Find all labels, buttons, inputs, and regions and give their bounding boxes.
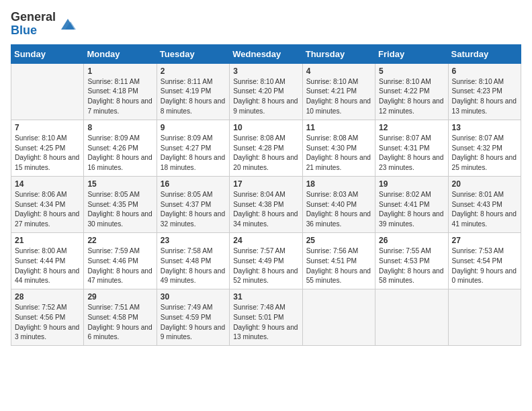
day-number: 27 (452, 236, 517, 245)
header-saturday: Saturday (448, 44, 521, 63)
calendar-cell: 6Sunrise: 8:10 AMSunset: 4:23 PMDaylight… (448, 63, 521, 120)
day-number: 31 (233, 292, 298, 302)
day-info: Sunrise: 8:07 AMSunset: 4:32 PMDaylight:… (452, 134, 517, 173)
day-info: Sunrise: 8:05 AMSunset: 4:35 PMDaylight:… (87, 190, 152, 230)
calendar-cell (448, 289, 521, 346)
calendar-cell: 12Sunrise: 8:07 AMSunset: 4:31 PMDayligh… (375, 120, 448, 176)
day-number: 13 (452, 123, 517, 132)
day-info: Sunrise: 7:48 AMSunset: 5:01 PMDaylight:… (233, 303, 298, 342)
day-info: Sunrise: 7:56 AMSunset: 4:51 PMDaylight:… (306, 246, 371, 286)
calendar-week-row: 1Sunrise: 8:11 AMSunset: 4:18 PMDaylight… (11, 63, 521, 120)
calendar-week-row: 14Sunrise: 8:06 AMSunset: 4:34 PMDayligh… (11, 176, 521, 232)
day-info: Sunrise: 7:59 AMSunset: 4:46 PMDaylight:… (87, 246, 152, 286)
day-number: 7 (15, 123, 80, 132)
day-info: Sunrise: 8:09 AMSunset: 4:27 PMDaylight:… (161, 134, 226, 173)
day-info: Sunrise: 8:02 AMSunset: 4:41 PMDaylight:… (379, 190, 444, 230)
day-number: 30 (161, 292, 226, 302)
calendar-cell: 4Sunrise: 8:10 AMSunset: 4:21 PMDaylight… (302, 63, 375, 120)
day-info: Sunrise: 8:09 AMSunset: 4:26 PMDaylight:… (87, 134, 152, 173)
calendar-table: SundayMondayTuesdayWednesdayThursdayFrid… (11, 44, 521, 347)
day-number: 20 (452, 179, 517, 189)
calendar-week-row: 28Sunrise: 7:52 AMSunset: 4:56 PMDayligh… (11, 289, 521, 346)
day-number: 24 (233, 236, 298, 245)
header-thursday: Thursday (302, 44, 375, 63)
logo-line2: Blue (11, 24, 56, 38)
calendar-cell: 9Sunrise: 8:09 AMSunset: 4:27 PMDaylight… (157, 120, 229, 176)
logo-icon (58, 15, 77, 34)
day-info: Sunrise: 8:10 AMSunset: 4:23 PMDaylight:… (452, 77, 517, 117)
day-number: 9 (161, 123, 226, 132)
day-number: 1 (87, 66, 152, 76)
day-info: Sunrise: 8:06 AMSunset: 4:34 PMDaylight:… (15, 190, 80, 230)
day-number: 15 (87, 179, 152, 189)
day-number: 12 (379, 123, 444, 132)
calendar-cell: 29Sunrise: 7:51 AMSunset: 4:58 PMDayligh… (84, 289, 157, 346)
day-info: Sunrise: 8:04 AMSunset: 4:38 PMDaylight:… (233, 190, 298, 230)
calendar-cell: 14Sunrise: 8:06 AMSunset: 4:34 PMDayligh… (11, 176, 84, 232)
calendar-cell: 7Sunrise: 8:10 AMSunset: 4:25 PMDaylight… (11, 120, 84, 176)
calendar-cell: 5Sunrise: 8:10 AMSunset: 4:22 PMDaylight… (375, 63, 448, 120)
calendar-cell: 28Sunrise: 7:52 AMSunset: 4:56 PMDayligh… (11, 289, 84, 346)
calendar-cell: 26Sunrise: 7:55 AMSunset: 4:53 PMDayligh… (375, 232, 448, 289)
day-number: 19 (379, 179, 444, 189)
day-info: Sunrise: 7:51 AMSunset: 4:58 PMDaylight:… (87, 303, 152, 342)
logo-line1: General (11, 11, 56, 24)
calendar-cell: 25Sunrise: 7:56 AMSunset: 4:51 PMDayligh… (302, 232, 375, 289)
day-info: Sunrise: 7:55 AMSunset: 4:53 PMDaylight:… (379, 246, 444, 286)
day-info: Sunrise: 7:57 AMSunset: 4:49 PMDaylight:… (233, 246, 298, 286)
page-header: General Blue (11, 11, 521, 38)
day-info: Sunrise: 7:52 AMSunset: 4:56 PMDaylight:… (15, 303, 80, 342)
day-info: Sunrise: 7:49 AMSunset: 4:59 PMDaylight:… (161, 303, 226, 342)
day-number: 10 (233, 123, 298, 132)
day-info: Sunrise: 8:03 AMSunset: 4:40 PMDaylight:… (306, 190, 371, 230)
day-number: 29 (87, 292, 152, 302)
day-info: Sunrise: 8:08 AMSunset: 4:28 PMDaylight:… (233, 134, 298, 173)
header-friday: Friday (375, 44, 448, 63)
day-info: Sunrise: 8:08 AMSunset: 4:30 PMDaylight:… (306, 134, 371, 173)
day-info: Sunrise: 8:10 AMSunset: 4:25 PMDaylight:… (15, 134, 80, 173)
calendar-cell: 19Sunrise: 8:02 AMSunset: 4:41 PMDayligh… (375, 176, 448, 232)
day-number: 26 (379, 236, 444, 245)
calendar-cell: 2Sunrise: 8:11 AMSunset: 4:19 PMDaylight… (157, 63, 229, 120)
calendar-cell: 27Sunrise: 7:53 AMSunset: 4:54 PMDayligh… (448, 232, 521, 289)
day-info: Sunrise: 7:53 AMSunset: 4:54 PMDaylight:… (452, 246, 517, 286)
calendar-cell: 23Sunrise: 7:58 AMSunset: 4:48 PMDayligh… (157, 232, 229, 289)
calendar-cell: 1Sunrise: 8:11 AMSunset: 4:18 PMDaylight… (84, 63, 157, 120)
day-info: Sunrise: 8:07 AMSunset: 4:31 PMDaylight:… (379, 134, 444, 173)
day-number: 21 (15, 236, 80, 245)
calendar-cell: 10Sunrise: 8:08 AMSunset: 4:28 PMDayligh… (230, 120, 302, 176)
day-number: 8 (87, 123, 152, 132)
day-info: Sunrise: 8:11 AMSunset: 4:18 PMDaylight:… (87, 77, 152, 117)
day-info: Sunrise: 8:10 AMSunset: 4:20 PMDaylight:… (233, 77, 298, 117)
calendar-cell (375, 289, 448, 346)
day-info: Sunrise: 8:11 AMSunset: 4:19 PMDaylight:… (161, 77, 226, 117)
day-number: 23 (161, 236, 226, 245)
day-number: 6 (452, 66, 517, 76)
day-number: 18 (306, 179, 371, 189)
calendar-cell: 22Sunrise: 7:59 AMSunset: 4:46 PMDayligh… (84, 232, 157, 289)
day-info: Sunrise: 8:05 AMSunset: 4:37 PMDaylight:… (161, 190, 226, 230)
day-info: Sunrise: 7:58 AMSunset: 4:48 PMDaylight:… (161, 246, 226, 286)
day-info: Sunrise: 8:01 AMSunset: 4:43 PMDaylight:… (452, 190, 517, 230)
header-monday: Monday (84, 44, 157, 63)
header-tuesday: Tuesday (157, 44, 229, 63)
day-number: 25 (306, 236, 371, 245)
day-info: Sunrise: 8:10 AMSunset: 4:22 PMDaylight:… (379, 77, 444, 117)
calendar-cell: 24Sunrise: 7:57 AMSunset: 4:49 PMDayligh… (230, 232, 302, 289)
day-info: Sunrise: 8:10 AMSunset: 4:21 PMDaylight:… (306, 77, 371, 117)
day-number: 11 (306, 123, 371, 132)
calendar-cell: 30Sunrise: 7:49 AMSunset: 4:59 PMDayligh… (157, 289, 229, 346)
calendar-cell: 16Sunrise: 8:05 AMSunset: 4:37 PMDayligh… (157, 176, 229, 232)
calendar-cell (11, 63, 84, 120)
calendar-header-row: SundayMondayTuesdayWednesdayThursdayFrid… (11, 44, 521, 63)
day-number: 22 (87, 236, 152, 245)
calendar-cell: 15Sunrise: 8:05 AMSunset: 4:35 PMDayligh… (84, 176, 157, 232)
calendar-cell: 11Sunrise: 8:08 AMSunset: 4:30 PMDayligh… (302, 120, 375, 176)
header-wednesday: Wednesday (230, 44, 302, 63)
day-number: 5 (379, 66, 444, 76)
day-number: 2 (161, 66, 226, 76)
calendar-cell: 17Sunrise: 8:04 AMSunset: 4:38 PMDayligh… (230, 176, 302, 232)
calendar-week-row: 21Sunrise: 8:00 AMSunset: 4:44 PMDayligh… (11, 232, 521, 289)
calendar-cell: 18Sunrise: 8:03 AMSunset: 4:40 PMDayligh… (302, 176, 375, 232)
day-number: 16 (161, 179, 226, 189)
